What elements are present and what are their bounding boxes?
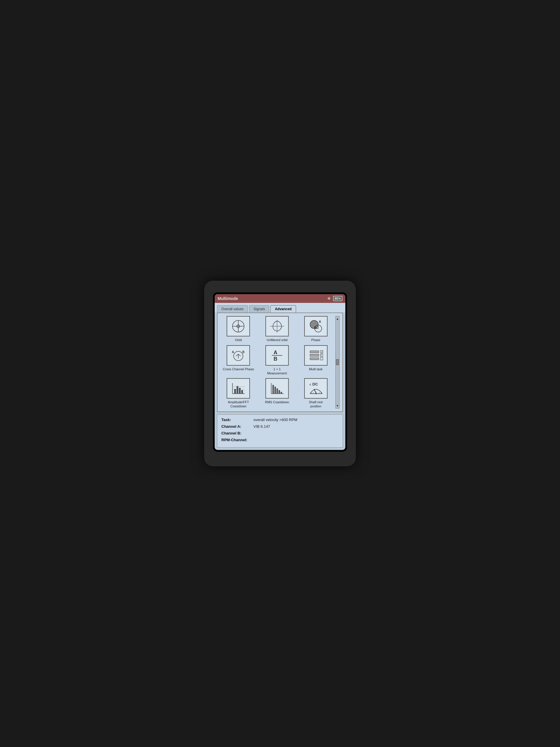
amplitude-fft-icon-box [226, 378, 250, 398]
svg-text:d: d [310, 383, 311, 386]
measurement-cell[interactable]: A B 1 + 1 Measurement [259, 345, 295, 376]
info-row-rpm-channel: RPM-Channel: [221, 438, 339, 442]
shaft-rest-label: Shaft rest position [309, 400, 323, 409]
orbit-cell[interactable]: Orbit [220, 316, 257, 342]
amplitude-fft-label: Amplitude/FFT Coastdown [228, 400, 249, 409]
scroll-up-arrow[interactable]: ▲ [336, 317, 339, 320]
svg-text:!: ! [321, 354, 322, 357]
device-body: Multimode ✳ 85% Overall values Signals A… [204, 281, 356, 466]
rms-coastdown-cell[interactable]: RMS Coastdown [259, 378, 295, 409]
tab-advanced[interactable]: Advanced [270, 305, 296, 312]
phase-icon-box: A B [304, 316, 327, 336]
svg-rect-22 [310, 354, 319, 356]
svg-text:…: … [321, 358, 323, 360]
svg-text:A: A [273, 350, 277, 355]
rms-coastdown-label: RMS Coastdown [265, 400, 289, 404]
info-panel: Task: overall velocity >600 RPM Channel … [217, 414, 343, 447]
measurement-icon-box: A B [265, 345, 289, 366]
scroll-down-arrow[interactable]: ▼ [336, 404, 339, 407]
cross-channel-phase-cell[interactable]: A B Cross Channel Phase [220, 345, 257, 376]
multi-task-label: Multi task [309, 367, 322, 371]
orbit-label: Orbit [235, 338, 242, 342]
tab-overall-values[interactable]: Overall values [217, 305, 248, 312]
multi-task-cell[interactable]: ✓ ! … Multi task [298, 345, 334, 376]
tab-signals[interactable]: Signals [249, 305, 269, 312]
svg-rect-33 [241, 390, 243, 394]
phase-cell[interactable]: A B Phase [298, 316, 334, 342]
cross-channel-phase-icon: A B [230, 348, 246, 363]
amplitude-fft-cell[interactable]: Amplitude/FFT Coastdown [220, 378, 257, 409]
wifi-icon: ✳ [327, 296, 331, 301]
screen: Multimode ✳ 85% Overall values Signals A… [215, 294, 345, 450]
svg-text:A: A [319, 320, 321, 323]
svg-text:B: B [273, 356, 277, 362]
info-row-channel-a: Channel A: VIB 6.147 [221, 424, 339, 429]
scrollbar[interactable]: ▲ ▼ [336, 316, 340, 408]
multi-task-icon: ✓ ! … [308, 348, 324, 363]
measurement-label: 1 + 1 Measurement [267, 367, 287, 376]
shaft-rest-icon: d DC [308, 381, 324, 396]
shaft-rest-cell[interactable]: d DC [298, 378, 334, 409]
icon-grid: Orbit Unfiltered orbit [220, 316, 340, 408]
multi-task-icon-box: ✓ ! … [304, 345, 327, 366]
svg-rect-41 [278, 390, 280, 394]
channel-a-value: VIB 6.147 [254, 424, 270, 429]
svg-text:B: B [242, 351, 244, 354]
scroll-thumb[interactable] [336, 359, 339, 365]
screen-container: Multimode ✳ 85% Overall values Signals A… [213, 292, 347, 452]
rms-coastdown-icon-box [265, 378, 289, 398]
info-row-task: Task: overall velocity >600 RPM [221, 417, 339, 422]
svg-point-51 [316, 393, 317, 394]
phase-icon: A B [308, 319, 324, 334]
rpm-channel-label: RPM-Channel: [221, 438, 250, 442]
svg-rect-39 [274, 387, 276, 394]
svg-rect-40 [276, 388, 278, 394]
svg-rect-42 [281, 392, 282, 394]
svg-rect-19 [310, 351, 319, 353]
channel-a-label: Channel A: [221, 424, 250, 429]
unfiltered-orbit-icon [269, 319, 285, 334]
amplitude-fft-icon [230, 381, 246, 396]
phase-label: Phase [311, 338, 320, 342]
main-content: Orbit Unfiltered orbit [217, 312, 343, 412]
unfiltered-orbit-icon-box [265, 316, 289, 336]
unfiltered-orbit-cell[interactable]: Unfiltered orbit [259, 316, 295, 342]
orbit-icon [230, 319, 246, 334]
svg-rect-31 [237, 386, 238, 394]
app-title: Multimode [218, 296, 238, 301]
unfiltered-orbit-label: Unfiltered orbit [267, 338, 288, 342]
shaft-rest-icon-box: d DC [304, 378, 327, 398]
title-bar: Multimode ✳ 85% [215, 294, 345, 303]
title-bar-right: ✳ 85% [327, 296, 342, 301]
svg-line-50 [314, 389, 316, 394]
measurement-icon: A B [269, 348, 285, 363]
cross-channel-phase-label: Cross Channel Phase [223, 367, 254, 371]
rms-coastdown-icon [269, 381, 285, 396]
cross-channel-icon-box: A B [226, 345, 250, 366]
svg-rect-32 [239, 388, 241, 394]
battery-indicator: 85% [333, 296, 342, 301]
svg-text:B: B [314, 326, 317, 330]
orbit-icon-box [226, 316, 250, 336]
svg-text:A: A [232, 351, 234, 354]
svg-rect-38 [272, 385, 274, 394]
svg-text:DC: DC [312, 382, 318, 386]
task-value: overall velocity >600 RPM [254, 417, 297, 422]
svg-rect-25 [310, 358, 319, 360]
svg-text:✓: ✓ [321, 351, 323, 353]
channel-b-label: Channel B: [221, 431, 250, 435]
info-row-channel-b: Channel B: [221, 431, 339, 435]
tabs-container: Overall values Signals Advanced [215, 303, 345, 312]
task-label: Task: [221, 417, 250, 422]
